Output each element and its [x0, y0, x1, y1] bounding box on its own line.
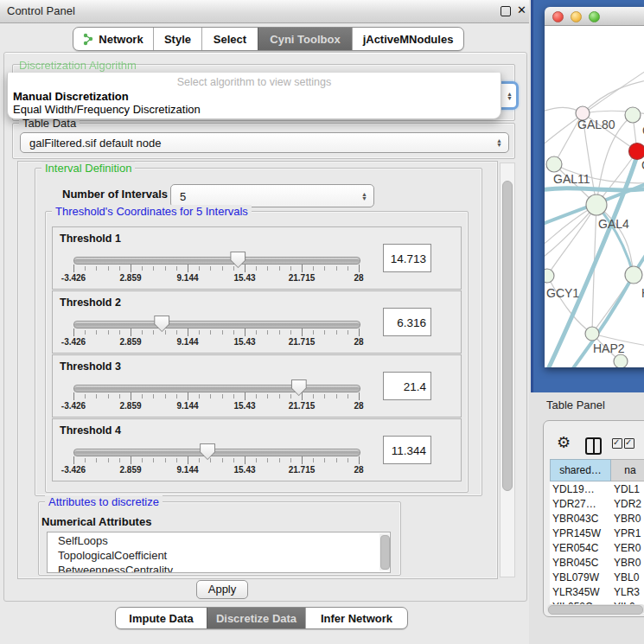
panel-scrollbar[interactable] — [500, 163, 515, 577]
network-icon — [83, 33, 94, 46]
threshold-1-panel: Threshold 1 -3.426 2.859 9.144 15.43 21.… — [52, 226, 462, 290]
tick-label: 9.144 — [176, 465, 198, 475]
network-window-titlebar — [545, 7, 644, 26]
node-gal11 — [546, 156, 562, 172]
slider-minor-ticks — [73, 458, 360, 462]
table-row[interactable]: YDL19…YDL1 — [550, 481, 644, 496]
tab-network-label: Network — [99, 33, 143, 46]
node-label: GCY1 — [546, 286, 579, 300]
threshold-3-label: Threshold 3 — [60, 360, 121, 373]
zoom-traffic-light-icon[interactable] — [589, 11, 600, 22]
dropdown-option-equal-width-frequency[interactable]: Equal Width/Frequency Discretization — [13, 103, 201, 116]
numerical-attributes-list[interactable]: SelfLoops TopologicalCoefficient Between… — [47, 532, 391, 573]
threshold-3-panel: Threshold 3 -3.426 2.859 9.144 15.43 21.… — [52, 354, 462, 418]
tick-label: 15.43 — [233, 465, 255, 475]
slider-minor-ticks — [73, 330, 360, 335]
tick-label: 21.715 — [289, 465, 316, 475]
bottom-tab-bar: Impute Data Discretize Data Infer Networ… — [115, 607, 408, 629]
table-row[interactable]: YBL079WYBL0 — [550, 570, 644, 584]
close-traffic-light-icon[interactable] — [552, 11, 564, 22]
table-data-combo-value: galFiltered.sif default node — [29, 137, 161, 150]
tab-select[interactable]: Select — [201, 28, 258, 50]
tab-style[interactable]: Style — [153, 28, 201, 50]
table-row[interactable]: YDR27…YDR2 — [550, 496, 644, 511]
dropdown-prompt: Select algorithm to view settings — [8, 76, 501, 88]
table-row[interactable]: YER054CYER0 — [550, 540, 644, 555]
column-header-shared-name[interactable]: shared… — [550, 459, 611, 481]
threshold-4-panel: Threshold 4 -3.426 2.859 9.144 15.43 21.… — [52, 418, 462, 481]
tick-label: 2.859 — [119, 401, 141, 411]
tick-label: 2.859 — [119, 465, 141, 475]
number-of-intervals-combo[interactable]: 5 ▲▼ — [170, 184, 374, 207]
apply-button[interactable]: Apply — [196, 580, 248, 599]
table-row[interactable]: YBR045CYBR0 — [550, 555, 644, 570]
tick-label: -3.426 — [61, 465, 86, 475]
tick-label: -3.426 — [61, 273, 86, 283]
threshold-4-slider[interactable] — [73, 449, 360, 456]
node-selected-red — [629, 143, 644, 160]
tick-label: 15.43 — [233, 337, 255, 347]
tab-infer-network[interactable]: Infer Network — [305, 608, 407, 628]
dropdown-option-manual-discretization[interactable]: Manual Discretization — [13, 90, 129, 103]
combo-arrows-icon: ▲▼ — [507, 92, 513, 100]
network-canvas[interactable]: GAL80 G C GAL11 GAL4 GCY1 H HAP2 — [545, 26, 644, 367]
network-graph: GAL80 G C GAL11 GAL4 GCY1 H HAP2 — [545, 26, 644, 367]
control-panel-window: Control Panel ✕ Network Style Select Cyn… — [0, 0, 529, 644]
minimize-traffic-light-icon[interactable] — [571, 11, 582, 22]
node-label: GAL80 — [577, 118, 615, 131]
tab-cyni-toolbox[interactable]: Cyni Toolbox — [258, 28, 352, 50]
network-window: GAL80 G C GAL11 GAL4 GCY1 H HAP2 — [545, 7, 644, 367]
tick-label: 28 — [354, 337, 363, 347]
tick-label: 28 — [354, 465, 363, 475]
gear-icon[interactable]: ⚙ — [557, 433, 571, 452]
table-row[interactable]: YBR043CYBR0 — [550, 511, 644, 526]
tick-label: 21.715 — [289, 273, 316, 283]
node-top-right — [625, 107, 641, 123]
scrollbar-thumb[interactable] — [548, 605, 643, 615]
tick-label: 15.43 — [233, 401, 255, 411]
threshold-2-value-field[interactable]: 6.316 — [383, 308, 431, 336]
table-row[interactable]: YLR345WYLR3 — [550, 584, 644, 599]
tab-jactivemodules[interactable]: jActiveMNodules — [352, 28, 463, 50]
tab-impute-data[interactable]: Impute Data — [116, 608, 207, 628]
table-horizontal-scrollbar[interactable] — [547, 604, 644, 614]
window-title: Control Panel — [7, 4, 75, 17]
threshold-3-slider[interactable] — [73, 385, 360, 392]
columns-icon[interactable] — [585, 437, 602, 455]
close-icon[interactable]: ✕ — [517, 3, 526, 16]
threshold-2-slider[interactable] — [73, 321, 360, 328]
combo-arrows-icon: ▲▼ — [496, 138, 502, 147]
tab-network[interactable]: Network — [73, 28, 153, 50]
table-row[interactable]: YPR145WYPR1 — [550, 526, 644, 540]
tick-label: 21.715 — [289, 401, 316, 411]
tab-discretize-data[interactable]: Discretize Data — [207, 608, 305, 628]
tick-label: 9.144 — [176, 273, 198, 283]
interval-definition-title: Interval Definition — [41, 162, 135, 175]
tick-label: 15.43 — [233, 273, 255, 283]
node-label: GAL11 — [553, 172, 590, 186]
checkbox-icon[interactable] — [624, 438, 634, 449]
list-item[interactable]: TopologicalCoefficient — [58, 549, 167, 562]
tick-label: 28 — [354, 401, 363, 411]
table-data-combo[interactable]: galFiltered.sif default node ▲▼ — [20, 132, 509, 153]
checkbox-icon[interactable] — [612, 438, 622, 449]
threshold-1-label: Threshold 1 — [60, 233, 121, 245]
threshold-4-label: Threshold 4 — [60, 424, 121, 437]
slider-minor-ticks — [73, 266, 360, 271]
list-item[interactable]: SelfLoops — [58, 534, 108, 547]
column-header-name[interactable]: na — [611, 459, 644, 481]
attributes-group-title: Attributes to discretize — [45, 495, 163, 508]
threshold-4-value-field[interactable]: 11.344 — [383, 436, 431, 464]
threshold-1-slider[interactable] — [73, 257, 360, 265]
tick-label: -3.426 — [61, 337, 86, 347]
tick-label: 2.859 — [119, 273, 141, 283]
threshold-3-value-field[interactable]: 21.4 — [383, 372, 431, 400]
float-window-icon[interactable] — [501, 6, 511, 16]
node-bottom — [614, 354, 628, 367]
tick-label: 21.715 — [289, 337, 316, 347]
scrollbar-thumb[interactable] — [502, 181, 513, 491]
list-item[interactable]: BetweennessCentrality — [58, 564, 173, 573]
list-scrollbar[interactable] — [379, 533, 389, 571]
slider-minor-ticks — [73, 394, 360, 399]
threshold-1-value-field[interactable]: 14.713 — [383, 244, 431, 272]
